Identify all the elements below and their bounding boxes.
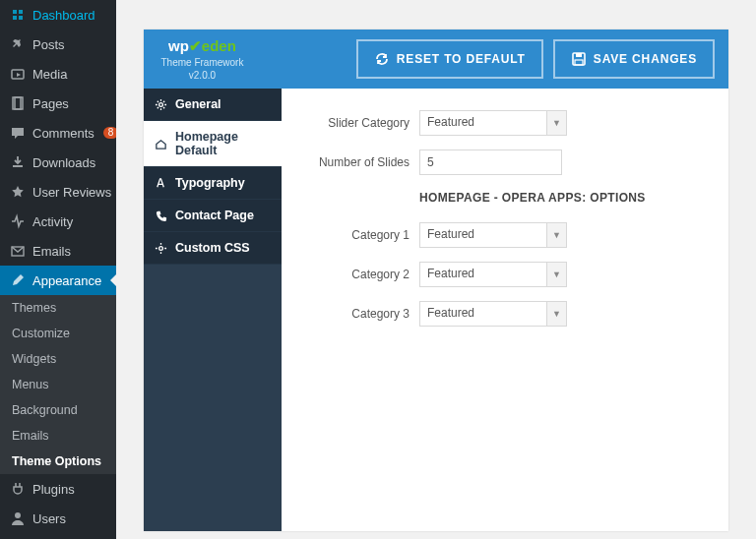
sidebar-item-label: Comments bbox=[32, 126, 94, 141]
options-content: Slider Category Featured ▼ Number of Sli… bbox=[282, 89, 728, 531]
sidebar-item-comments[interactable]: Comments8 bbox=[0, 118, 116, 148]
tab-label: Custom CSS bbox=[175, 241, 250, 255]
badge: 8 bbox=[103, 127, 116, 139]
sidebar-item-label: Users bbox=[32, 511, 66, 526]
gear-icon bbox=[155, 98, 167, 111]
reset-to-default-button[interactable]: RESET TO DEFAULT bbox=[356, 39, 543, 79]
sidebar-item-appearance[interactable]: Appearance bbox=[0, 266, 116, 295]
tab-homepage-default[interactable]: Homepage Default bbox=[144, 121, 282, 167]
tab-label: Typography bbox=[175, 176, 245, 190]
submenu-item-themes[interactable]: Themes bbox=[0, 295, 116, 321]
brush-icon bbox=[10, 272, 26, 288]
comment-icon bbox=[10, 125, 26, 141]
home-icon bbox=[155, 138, 167, 150]
dashboard-icon bbox=[10, 7, 26, 23]
sidebar-item-label: Emails bbox=[32, 244, 71, 259]
chevron-down-icon: ▼ bbox=[547, 110, 567, 136]
sidebar-item-label: Media bbox=[32, 67, 67, 82]
wp-admin-sidebar: DashboardPostsMediaPagesComments8Downloa… bbox=[0, 0, 116, 539]
sidebar-item-activity[interactable]: Activity bbox=[0, 207, 116, 236]
brand-subtitle: Theme Framework v2.0.0 bbox=[160, 57, 243, 81]
refresh-icon bbox=[374, 51, 390, 67]
page-icon bbox=[10, 95, 26, 111]
sidebar-item-label: Posts bbox=[32, 37, 65, 52]
media-icon bbox=[10, 66, 26, 82]
star-icon bbox=[10, 184, 26, 200]
theme-options-panel: wp✔eden Theme Framework v2.0.0 RESET TO … bbox=[144, 30, 728, 531]
sidebar-item-media[interactable]: Media bbox=[0, 59, 116, 89]
sidebar-item-label: Appearance bbox=[32, 273, 101, 288]
slider-category-select[interactable]: Featured ▼ bbox=[419, 110, 567, 136]
sidebar-item-label: Dashboard bbox=[32, 8, 95, 23]
tab-label: Contact Page bbox=[175, 209, 254, 222]
panel-header: wp✔eden Theme Framework v2.0.0 RESET TO … bbox=[144, 30, 728, 89]
brand-logo: wp✔eden Theme Framework v2.0.0 bbox=[158, 36, 247, 82]
pin-icon bbox=[10, 36, 26, 52]
sidebar-item-label: Activity bbox=[32, 214, 73, 229]
sidebar-item-dashboard[interactable]: Dashboard bbox=[0, 0, 116, 30]
category1-label: Category 1 bbox=[311, 228, 410, 242]
font-icon bbox=[155, 177, 167, 190]
category3-label: Category 3 bbox=[311, 307, 410, 321]
chevron-down-icon: ▼ bbox=[547, 301, 567, 327]
category3-select[interactable]: Featured ▼ bbox=[419, 301, 567, 327]
sidebar-item-label: User Reviews bbox=[32, 185, 111, 200]
number-of-slides-label: Number of Slides bbox=[311, 155, 410, 169]
category2-select[interactable]: Featured ▼ bbox=[419, 262, 567, 287]
tab-general[interactable]: General bbox=[144, 89, 282, 121]
main-area: wp✔eden Theme Framework v2.0.0 RESET TO … bbox=[116, 0, 756, 539]
submenu-item-emails[interactable]: Emails bbox=[0, 423, 116, 449]
sidebar-item-label: Pages bbox=[32, 96, 69, 111]
sidebar-item-emails[interactable]: Emails bbox=[0, 236, 116, 266]
sidebar-item-posts[interactable]: Posts bbox=[0, 30, 116, 59]
slider-category-label: Slider Category bbox=[311, 116, 410, 130]
sidebar-item-label: Downloads bbox=[32, 155, 95, 170]
category1-select[interactable]: Featured ▼ bbox=[419, 222, 567, 248]
options-tabs: GeneralHomepage DefaultTypographyContact… bbox=[144, 89, 282, 531]
submenu-item-widgets[interactable]: Widgets bbox=[0, 346, 116, 372]
sidebar-item-tools[interactable]: Tools bbox=[0, 533, 116, 539]
submenu-item-customize[interactable]: Customize bbox=[0, 321, 116, 346]
sidebar-item-users[interactable]: Users bbox=[0, 504, 116, 533]
save-changes-button[interactable]: SAVE CHANGES bbox=[553, 39, 715, 79]
sidebar-item-pages[interactable]: Pages bbox=[0, 89, 116, 118]
chevron-down-icon: ▼ bbox=[547, 262, 567, 287]
submenu-item-theme-options[interactable]: Theme Options bbox=[0, 449, 116, 474]
submenu-item-background[interactable]: Background bbox=[0, 397, 116, 423]
user-icon bbox=[10, 510, 26, 526]
download-icon bbox=[10, 154, 26, 170]
submenu-item-menus[interactable]: Menus bbox=[0, 372, 116, 397]
phone-icon bbox=[155, 210, 167, 222]
chevron-down-icon: ▼ bbox=[547, 222, 567, 248]
save-icon bbox=[571, 51, 587, 67]
sidebar-item-user-reviews[interactable]: User Reviews bbox=[0, 177, 116, 207]
tab-label: General bbox=[175, 97, 221, 111]
tab-custom-css[interactable]: Custom CSS bbox=[144, 232, 282, 265]
css-icon bbox=[155, 242, 167, 255]
tab-typography[interactable]: Typography bbox=[144, 167, 282, 200]
tab-label: Homepage Default bbox=[175, 130, 271, 157]
mail-icon bbox=[10, 243, 26, 259]
tab-contact-page[interactable]: Contact Page bbox=[144, 200, 282, 232]
category2-label: Category 2 bbox=[311, 268, 410, 281]
plug-icon bbox=[10, 481, 26, 497]
section-title: HOMEPAGE - OPERA APPS: OPTIONS bbox=[419, 191, 699, 205]
activity-icon bbox=[10, 213, 26, 229]
sidebar-item-plugins[interactable]: Plugins bbox=[0, 474, 116, 504]
sidebar-item-downloads[interactable]: Downloads bbox=[0, 148, 116, 177]
sidebar-item-label: Plugins bbox=[32, 482, 75, 497]
number-of-slides-input[interactable] bbox=[419, 150, 562, 175]
